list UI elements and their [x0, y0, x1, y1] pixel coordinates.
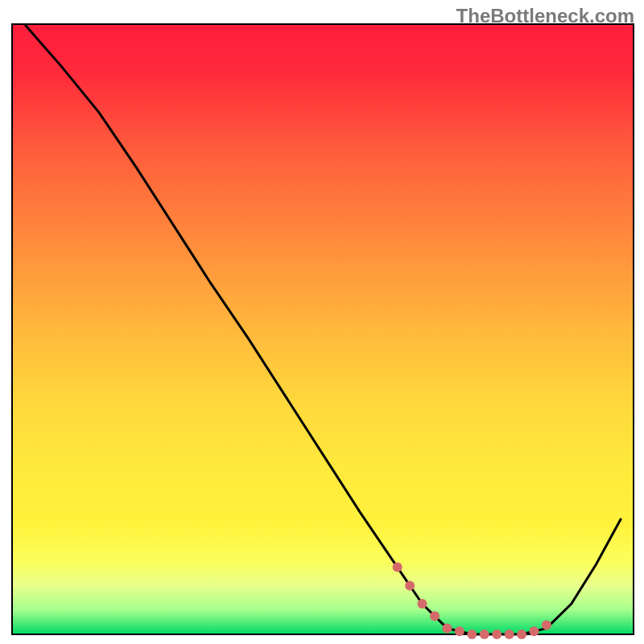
marker-dot [442, 623, 452, 633]
chart-svg [0, 0, 644, 644]
marker-dot [492, 630, 502, 639]
marker-dot [430, 611, 440, 621]
marker-dot [542, 621, 551, 630]
marker-dot [405, 580, 415, 590]
marker-dot [467, 630, 477, 639]
marker-dot [530, 626, 539, 636]
marker-dot [505, 630, 514, 639]
marker-dot [517, 630, 526, 639]
marker-dot [393, 563, 402, 572]
watermark-text: TheBottleneck.com [456, 5, 634, 27]
plot-background [12, 24, 634, 634]
marker-dot [480, 630, 489, 639]
marker-dot [418, 599, 427, 609]
marker-dot [455, 626, 464, 636]
chart-container [0, 0, 644, 644]
